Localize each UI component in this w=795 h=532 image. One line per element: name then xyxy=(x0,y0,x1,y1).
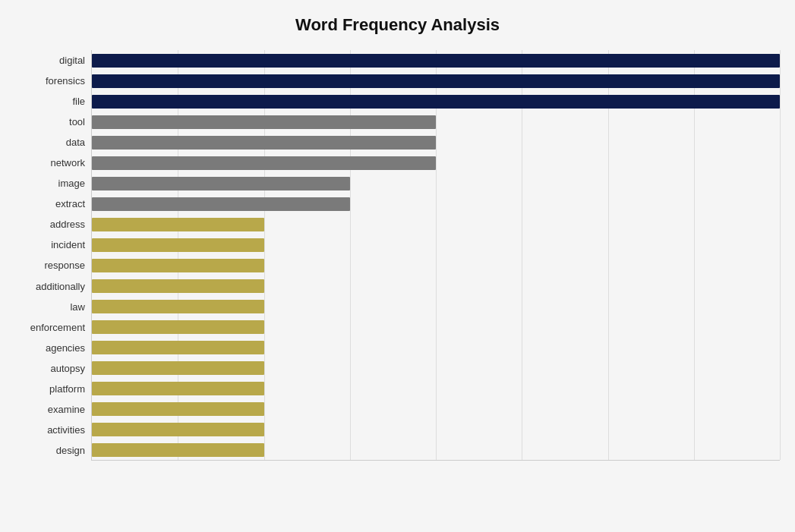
y-label: activities xyxy=(47,421,85,438)
chart-wrapper: digitalforensicsfiletooldatanetworkimage… xyxy=(15,50,780,521)
bar xyxy=(92,95,780,109)
grid-line xyxy=(694,50,695,460)
y-label: image xyxy=(58,175,85,192)
grid-line xyxy=(436,50,437,460)
bar xyxy=(92,156,436,170)
y-label: platform xyxy=(49,380,85,397)
y-label: examine xyxy=(48,401,85,417)
y-label: digital xyxy=(59,52,85,69)
y-label: address xyxy=(50,216,85,233)
bar xyxy=(92,218,264,231)
grid-lines xyxy=(92,50,780,460)
y-axis: digitalforensicsfiletooldatanetworkimage… xyxy=(15,50,91,461)
bar-row xyxy=(92,155,780,172)
bar-row xyxy=(92,278,780,294)
y-label: network xyxy=(50,155,85,172)
y-label: incident xyxy=(51,237,85,253)
bar-row xyxy=(92,442,780,458)
bar-row xyxy=(92,73,780,90)
bar xyxy=(92,320,264,334)
bar xyxy=(92,382,264,395)
chart-title: Word Frequency Analysis xyxy=(15,15,780,35)
grid-line xyxy=(780,50,781,460)
bar-row xyxy=(92,298,780,315)
bar xyxy=(92,402,264,416)
chart-container: Word Frequency Analysis digitalforensics… xyxy=(0,0,795,532)
bar xyxy=(92,300,264,313)
y-label: autopsy xyxy=(50,360,85,376)
y-label: data xyxy=(66,134,85,151)
chart-area: digitalforensicsfiletooldatanetworkimage… xyxy=(15,50,780,461)
bar-row xyxy=(92,93,780,110)
bar-row xyxy=(92,134,780,151)
bar-row xyxy=(92,257,780,274)
bar-row xyxy=(92,421,780,438)
bar-row xyxy=(92,360,780,376)
y-label: additionally xyxy=(36,278,85,294)
bar-row xyxy=(92,52,780,69)
y-label: tool xyxy=(69,114,85,131)
bar-row xyxy=(92,114,780,131)
bar-row xyxy=(92,339,780,356)
bar xyxy=(92,177,350,190)
bar xyxy=(92,74,780,88)
bar-row xyxy=(92,319,780,335)
y-label: file xyxy=(72,93,85,110)
bar-row xyxy=(92,216,780,233)
bar xyxy=(92,279,264,293)
bar xyxy=(92,259,264,272)
bar xyxy=(92,443,264,457)
y-label: enforcement xyxy=(30,319,85,335)
plot-area xyxy=(91,50,780,461)
y-label: design xyxy=(56,442,85,458)
bar-row xyxy=(92,401,780,417)
bar-row xyxy=(92,175,780,192)
bar xyxy=(92,197,350,211)
grid-line xyxy=(608,50,609,460)
y-label: law xyxy=(70,298,85,315)
bar-row xyxy=(92,196,780,212)
y-label: agencies xyxy=(46,339,85,356)
bar-row xyxy=(92,380,780,397)
bar xyxy=(92,136,436,150)
bar-row xyxy=(92,237,780,253)
grid-line xyxy=(350,50,351,460)
bar xyxy=(92,341,264,354)
y-label: response xyxy=(45,257,85,274)
bar xyxy=(92,54,780,68)
grid-line xyxy=(264,50,265,460)
grid-line xyxy=(178,50,178,460)
grid-line xyxy=(522,50,522,460)
bar xyxy=(92,361,264,375)
y-label: extract xyxy=(55,196,85,212)
bar xyxy=(92,238,264,252)
bar xyxy=(92,423,264,436)
y-label: forensics xyxy=(46,73,85,90)
bar xyxy=(92,115,436,129)
